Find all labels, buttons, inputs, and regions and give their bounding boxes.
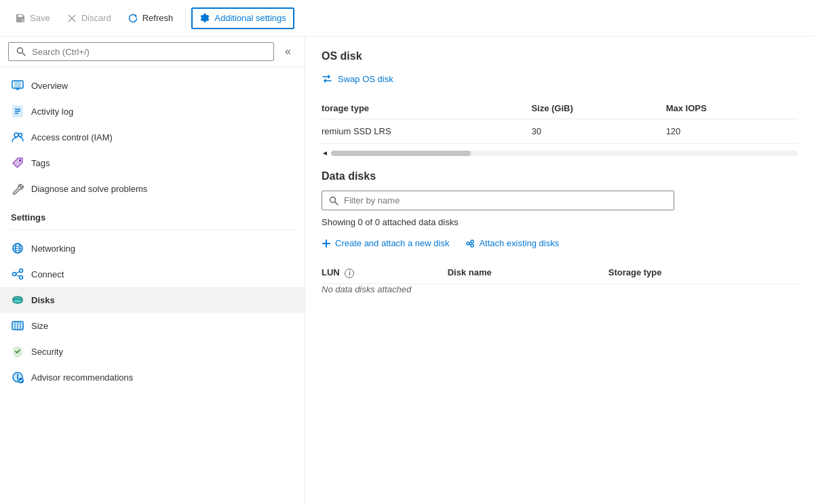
svg-point-28 bbox=[13, 299, 22, 303]
main-layout: « Overview bbox=[0, 37, 814, 504]
scroll-left-arrow: ◄ bbox=[322, 149, 328, 157]
svg-line-5 bbox=[22, 53, 25, 56]
refresh-button[interactable]: Refresh bbox=[121, 9, 180, 28]
attach-icon bbox=[465, 239, 475, 248]
filter-search-icon bbox=[329, 196, 338, 206]
search-bar: « bbox=[0, 37, 305, 67]
sidebar-item-tags-label: Tags bbox=[31, 158, 50, 168]
no-disks-row: No data disks attached bbox=[322, 284, 798, 294]
plus-icon bbox=[322, 239, 331, 248]
content-area: OS disk Swap OS disk torage type Size (G… bbox=[305, 37, 814, 504]
gear-icon bbox=[199, 13, 210, 24]
sidebar: « Overview bbox=[0, 37, 305, 504]
create-attach-button[interactable]: Create and attach a new disk bbox=[322, 238, 449, 248]
sidebar-item-networking[interactable]: Networking bbox=[0, 235, 305, 261]
size-icon bbox=[11, 319, 24, 332]
sidebar-item-overview-label: Overview bbox=[31, 81, 68, 91]
svg-line-44 bbox=[469, 242, 471, 243]
svg-rect-7 bbox=[14, 81, 21, 88]
networking-icon bbox=[11, 241, 24, 255]
toolbar: Save Discard Refresh Additional settings bbox=[0, 0, 814, 37]
advisor-icon bbox=[11, 370, 24, 384]
connect-icon bbox=[11, 267, 24, 281]
tag-icon bbox=[11, 156, 24, 170]
sidebar-item-security[interactable]: Security bbox=[0, 338, 305, 364]
svg-point-14 bbox=[14, 133, 18, 137]
settings-divider bbox=[11, 229, 294, 230]
col-iops: Max IOPS bbox=[666, 98, 798, 119]
filter-wrapper bbox=[322, 191, 674, 210]
swap-os-disk-button[interactable]: Swap OS disk bbox=[322, 71, 393, 87]
additional-settings-button[interactable]: Additional settings bbox=[191, 7, 294, 29]
svg-point-41 bbox=[467, 242, 469, 245]
sidebar-item-tags[interactable]: Tags bbox=[0, 150, 305, 176]
horizontal-scrollbar[interactable]: ◄ bbox=[322, 149, 798, 157]
os-disk-table: torage type Size (GiB) Max IOPS remium S… bbox=[322, 98, 798, 144]
os-disk-title: OS disk bbox=[322, 50, 798, 62]
svg-point-22 bbox=[13, 273, 16, 276]
os-disk-iops: 120 bbox=[666, 119, 798, 144]
data-disks-section: Data disks Showing 0 of 0 attached data … bbox=[322, 170, 798, 294]
col-storage-type: torage type bbox=[322, 98, 531, 119]
sidebar-item-disks-label: Disks bbox=[31, 295, 55, 305]
svg-line-38 bbox=[335, 202, 338, 205]
sidebar-nav: Overview Activity log bbox=[0, 67, 305, 504]
svg-point-43 bbox=[471, 244, 473, 247]
sidebar-item-access-control[interactable]: Access control (IAM) bbox=[0, 124, 305, 150]
svg-point-42 bbox=[471, 240, 473, 243]
col-storage-type-data: Storage type bbox=[608, 262, 798, 284]
sidebar-item-activity-log-label: Activity log bbox=[31, 106, 73, 117]
no-disks-text: No data disks attached bbox=[322, 284, 798, 294]
action-buttons: Create and attach a new disk Attach exis… bbox=[322, 238, 798, 248]
svg-point-4 bbox=[18, 48, 23, 54]
swap-icon bbox=[322, 73, 332, 84]
sidebar-item-advisor-label: Advisor recommendations bbox=[31, 372, 133, 383]
svg-point-24 bbox=[20, 276, 23, 279]
sidebar-item-connect[interactable]: Connect bbox=[0, 261, 305, 287]
monitor-icon bbox=[11, 79, 24, 92]
sidebar-item-disks[interactable]: Disks bbox=[0, 287, 305, 313]
svg-line-26 bbox=[16, 275, 20, 277]
svg-marker-3 bbox=[134, 16, 136, 18]
sidebar-item-networking-label: Networking bbox=[31, 244, 75, 254]
people-icon bbox=[11, 130, 24, 144]
search-wrapper bbox=[8, 42, 274, 61]
filter-input[interactable] bbox=[344, 195, 667, 206]
sidebar-item-size[interactable]: Size bbox=[0, 313, 305, 338]
scroll-track bbox=[331, 151, 798, 156]
svg-point-15 bbox=[19, 134, 22, 137]
disks-icon bbox=[11, 293, 24, 307]
sidebar-item-connect-label: Connect bbox=[31, 269, 64, 279]
col-size: Size (GiB) bbox=[531, 98, 665, 119]
attach-existing-button[interactable]: Attach existing disks bbox=[465, 238, 559, 248]
svg-point-23 bbox=[20, 269, 23, 273]
save-button[interactable]: Save bbox=[8, 9, 57, 28]
svg-point-34 bbox=[17, 380, 18, 381]
data-disks-table: LUN i Disk name Storage type No data dis… bbox=[322, 262, 798, 294]
security-icon bbox=[11, 345, 24, 358]
col-disk-name: Disk name bbox=[448, 262, 608, 284]
svg-line-45 bbox=[469, 244, 471, 244]
search-input[interactable] bbox=[32, 47, 267, 57]
discard-icon bbox=[66, 13, 77, 24]
sidebar-item-size-label: Size bbox=[31, 321, 48, 331]
os-disk-storage-type: remium SSD LRS bbox=[322, 119, 531, 144]
os-disk-row: remium SSD LRS 30 120 bbox=[322, 119, 798, 144]
svg-point-16 bbox=[19, 159, 21, 161]
wrench-icon bbox=[11, 182, 24, 195]
svg-line-25 bbox=[16, 272, 20, 274]
search-icon bbox=[16, 46, 26, 57]
sidebar-item-overview[interactable]: Overview bbox=[0, 73, 305, 98]
save-icon bbox=[15, 13, 26, 24]
sidebar-item-activity-log[interactable]: Activity log bbox=[0, 98, 305, 124]
activity-log-icon bbox=[11, 104, 24, 118]
collapse-button[interactable]: « bbox=[279, 43, 296, 60]
data-disks-title: Data disks bbox=[322, 170, 798, 182]
sidebar-item-diagnose[interactable]: Diagnose and solve problems bbox=[0, 176, 305, 201]
discard-button[interactable]: Discard bbox=[60, 9, 118, 28]
scroll-thumb bbox=[331, 151, 471, 156]
os-disk-size: 30 bbox=[531, 119, 665, 144]
sidebar-item-advisor[interactable]: Advisor recommendations bbox=[0, 364, 305, 390]
refresh-icon bbox=[128, 13, 138, 24]
toolbar-separator bbox=[185, 9, 186, 28]
